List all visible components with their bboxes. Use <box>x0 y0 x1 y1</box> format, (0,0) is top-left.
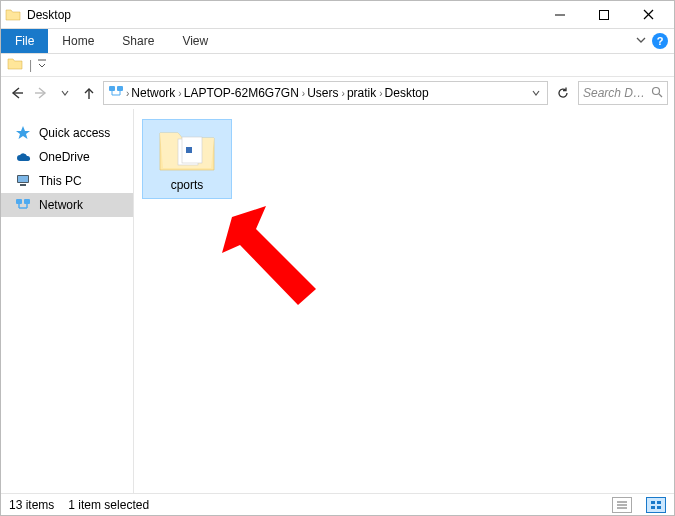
folder-item-cports[interactable]: cports <box>142 119 232 199</box>
view-large-icons-button[interactable] <box>646 497 666 513</box>
star-icon <box>15 125 31 141</box>
svg-rect-33 <box>651 506 655 509</box>
folder-large-icon <box>157 124 217 174</box>
tab-file[interactable]: File <box>1 29 48 53</box>
svg-rect-9 <box>117 86 123 91</box>
nav-label: OneDrive <box>39 150 90 164</box>
svg-rect-19 <box>16 199 22 204</box>
item-label: cports <box>171 178 204 192</box>
minimize-button[interactable] <box>538 1 582 29</box>
view-details-button[interactable] <box>612 497 632 513</box>
breadcrumb-desktop[interactable]: Desktop <box>385 86 429 100</box>
close-button[interactable] <box>626 1 670 29</box>
main-area: Quick access OneDrive This PC Network <box>1 109 674 493</box>
status-selection: 1 item selected <box>68 498 149 512</box>
title-bar: Desktop <box>1 1 674 29</box>
nav-this-pc[interactable]: This PC <box>1 169 133 193</box>
up-button[interactable] <box>79 83 99 103</box>
folder-small-icon <box>7 57 23 74</box>
nav-label: Quick access <box>39 126 110 140</box>
address-dropdown-icon[interactable] <box>529 86 543 100</box>
network-icon <box>15 197 31 213</box>
pc-icon <box>15 173 31 189</box>
svg-rect-17 <box>18 176 28 182</box>
svg-rect-31 <box>651 501 655 504</box>
folder-icon <box>5 7 21 23</box>
ribbon: File Home Share View ? <box>1 29 674 54</box>
search-input[interactable]: Search De... <box>578 81 668 105</box>
svg-marker-15 <box>16 126 30 139</box>
back-button[interactable] <box>7 83 27 103</box>
address-row: › Network› LAPTOP-62M6G7GN› Users› prati… <box>1 77 674 109</box>
svg-rect-20 <box>24 199 30 204</box>
window-title: Desktop <box>27 8 71 22</box>
svg-rect-18 <box>20 184 26 186</box>
recent-locations-dropdown[interactable] <box>55 83 75 103</box>
svg-rect-26 <box>186 147 192 153</box>
search-placeholder: Search De... <box>583 86 647 100</box>
tab-home[interactable]: Home <box>48 29 108 53</box>
nav-quick-access[interactable]: Quick access <box>1 121 133 145</box>
svg-point-13 <box>653 87 660 94</box>
status-items-count: 13 items <box>9 498 54 512</box>
nav-network[interactable]: Network <box>1 193 133 217</box>
nav-label: Network <box>39 198 83 212</box>
cloud-icon <box>15 149 31 165</box>
svg-rect-32 <box>657 501 661 504</box>
tab-share[interactable]: Share <box>108 29 168 53</box>
network-icon <box>108 85 124 102</box>
svg-rect-1 <box>600 10 609 19</box>
svg-rect-34 <box>657 506 661 509</box>
svg-line-14 <box>659 94 662 97</box>
forward-button[interactable] <box>31 83 51 103</box>
address-bar[interactable]: › Network› LAPTOP-62M6G7GN› Users› prati… <box>103 81 548 105</box>
breadcrumb-sep[interactable]: › <box>126 88 129 99</box>
breadcrumb-laptop[interactable]: LAPTOP-62M6G7GN› <box>184 86 306 100</box>
qat-dropdown-icon[interactable] <box>38 58 46 72</box>
nav-label: This PC <box>39 174 82 188</box>
navigation-pane: Quick access OneDrive This PC Network <box>1 109 134 493</box>
refresh-button[interactable] <box>552 82 574 104</box>
breadcrumb-network[interactable]: Network› <box>131 86 181 100</box>
svg-rect-8 <box>109 86 115 91</box>
collapse-ribbon-icon[interactable] <box>636 34 646 48</box>
tab-view[interactable]: View <box>168 29 222 53</box>
nav-onedrive[interactable]: OneDrive <box>1 145 133 169</box>
search-icon <box>651 86 663 101</box>
status-bar: 13 items 1 item selected <box>1 493 674 515</box>
breadcrumb-users[interactable]: Users› <box>307 86 345 100</box>
help-button[interactable]: ? <box>652 33 668 49</box>
breadcrumb-pratik[interactable]: pratik› <box>347 86 383 100</box>
quick-access-toolbar: | <box>1 54 674 77</box>
content-pane[interactable]: cports <box>134 109 674 493</box>
maximize-button[interactable] <box>582 1 626 29</box>
qat-separator: | <box>29 58 32 72</box>
